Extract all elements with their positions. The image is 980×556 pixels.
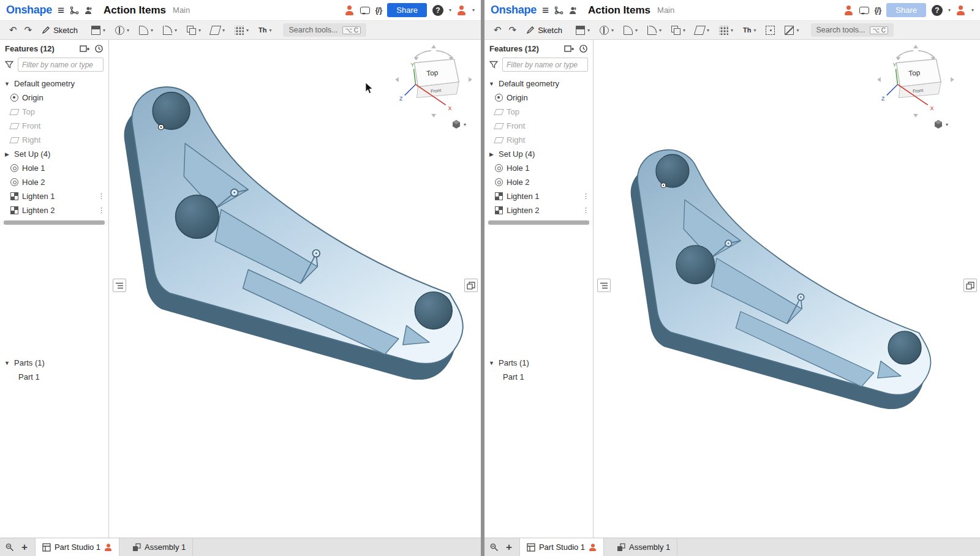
dropdown-caret-icon[interactable]: ▾ [946,122,948,127]
caret-right-icon[interactable]: ▶ [488,151,495,157]
caret-down-icon[interactable]: ▼ [488,360,495,366]
sketch-button[interactable]: Sketch [521,23,568,37]
comments-icon[interactable] [859,7,869,14]
mate-connector-tool[interactable] [761,23,779,37]
feature-item-lighten-1[interactable]: Lighten 1⋮ [0,189,108,203]
featurescript-icon[interactable]: {/} [875,6,881,15]
sweep-tool[interactable]: ▾ [135,23,157,37]
undo-button[interactable]: ↶ [491,23,505,37]
account-caret-icon[interactable]: ▾ [472,7,475,13]
account-avatar[interactable] [457,6,467,15]
featurescript-icon[interactable]: {/} [375,6,382,15]
caret-down-icon[interactable]: ▼ [4,360,10,366]
view-options-menu[interactable]: ▾ [451,119,466,129]
feature-item-origin[interactable]: Origin [484,91,593,105]
account-caret-icon[interactable]: ▾ [971,7,974,13]
part-item[interactable]: Part 1 [0,370,108,384]
tab-assembly[interactable]: Assembly 1 [610,538,677,556]
dropdown-caret-icon[interactable]: ▾ [127,28,129,33]
feature-item-set-up[interactable]: ▶Set Up (4) [484,147,593,161]
search-tools-button[interactable]: Search tools... ⌥ C [811,23,894,37]
feature-item-right-plane[interactable]: Right [0,133,108,147]
redo-button[interactable]: ↷ [21,23,36,37]
workspace-name[interactable]: Main [657,6,674,15]
history-clock-icon[interactable] [579,44,588,53]
add-tab-button[interactable]: + [505,542,513,552]
feature-item-front-plane[interactable]: Front [484,119,593,133]
help-button[interactable]: ? [932,5,943,16]
search-tools-button[interactable]: Search tools... ⌥ C [283,23,366,37]
dropdown-caret-icon[interactable]: ▾ [753,28,756,33]
workspace-name[interactable]: Main [173,6,190,15]
share-button[interactable]: Share [886,3,926,17]
comments-icon[interactable] [360,7,370,14]
onshape-logo[interactable]: Onshape [491,4,537,17]
collaborator-avatar[interactable] [345,6,355,15]
parts-section-header[interactable]: ▼Parts (1) [0,356,108,370]
account-avatar[interactable] [956,6,966,15]
caret-right-icon[interactable]: ▶ [4,151,10,157]
fillet-tool[interactable]: ▾ [643,23,666,37]
pattern-tool[interactable]: ▾ [715,23,737,37]
extrude-tool[interactable]: ▾ [87,23,110,37]
dropdown-caret-icon[interactable]: ▾ [635,28,638,33]
add-tab-button[interactable]: + [20,542,29,552]
dropdown-caret-icon[interactable]: ▾ [611,28,614,33]
redo-button[interactable]: ↷ [506,23,520,37]
draft-tool[interactable]: ▾ [206,23,229,37]
dropdown-caret-icon[interactable]: ▾ [222,28,225,33]
tab-manager-icon[interactable] [489,543,499,552]
view-cube[interactable] [394,45,473,118]
suppress-dots-icon[interactable]: ⋮ [98,206,105,214]
extrude-tool[interactable]: ▾ [571,23,594,37]
caret-down-icon[interactable]: ▼ [4,81,10,87]
feature-item-set-up[interactable]: ▶Set Up (4) [0,147,108,161]
tab-assembly[interactable]: Assembly 1 [126,538,193,556]
dropdown-caret-icon[interactable]: ▾ [587,28,590,33]
part-3d-model[interactable] [627,143,933,409]
filter-funnel-icon[interactable] [489,61,498,69]
feature-item-default-geometry[interactable]: ▼Default geometry [0,77,108,91]
insert-feature-icon[interactable] [564,45,574,53]
pattern-tool[interactable]: ▾ [230,23,253,37]
features-panel-toggle[interactable] [597,279,611,292]
sketch-button[interactable]: Sketch [36,23,83,37]
collaborators-icon[interactable] [85,6,94,15]
feature-item-lighten-2[interactable]: Lighten 2⋮ [0,203,108,217]
model-canvas[interactable]: ▾ [109,40,481,538]
suppress-dots-icon[interactable]: ⋮ [582,206,589,214]
suppress-dots-icon[interactable]: ⋮ [98,192,105,200]
main-menu-icon[interactable]: ≡ [542,4,549,16]
feature-item-top-plane[interactable]: Top [484,105,593,119]
part-3d-model[interactable] [120,79,466,380]
feature-item-hole-2[interactable]: Hole 2 [484,175,593,189]
onshape-logo[interactable]: Onshape [6,4,52,17]
thickness-tool[interactable]: Th▾ [254,24,276,36]
features-hscrollbar[interactable] [484,220,593,226]
feature-item-front-plane[interactable]: Front [0,119,108,133]
history-clock-icon[interactable] [94,44,104,53]
revolve-tool[interactable]: ▾ [595,23,618,37]
view-options-menu[interactable]: ▾ [933,119,948,129]
draft-tool[interactable]: ▾ [691,23,714,37]
view-cube[interactable] [876,45,956,118]
parts-section-header[interactable]: ▼Parts (1) [484,356,593,370]
right-panel-toggle[interactable] [464,279,478,292]
main-menu-icon[interactable]: ≡ [58,4,64,16]
help-button[interactable]: ? [432,5,443,16]
tab-manager-icon[interactable] [5,543,14,552]
feature-item-top-plane[interactable]: Top [0,105,108,119]
caret-down-icon[interactable]: ▼ [488,81,495,87]
thickness-tool[interactable]: Th▾ [739,24,760,36]
scroll-thumb[interactable] [4,220,105,225]
feature-item-lighten-1[interactable]: Lighten 1⋮ [484,189,593,203]
help-caret-icon[interactable]: ▾ [948,7,951,13]
dropdown-caret-icon[interactable]: ▾ [246,28,249,33]
model-canvas[interactable]: ▾ [594,40,980,538]
dropdown-caret-icon[interactable]: ▾ [198,28,201,33]
dropdown-caret-icon[interactable]: ▾ [175,28,177,33]
right-panel-toggle[interactable] [963,279,977,292]
dropdown-caret-icon[interactable]: ▾ [796,28,799,33]
tab-part-studio[interactable]: Part Studio 1 [519,538,604,556]
tab-part-studio[interactable]: Part Studio 1 [35,538,119,556]
